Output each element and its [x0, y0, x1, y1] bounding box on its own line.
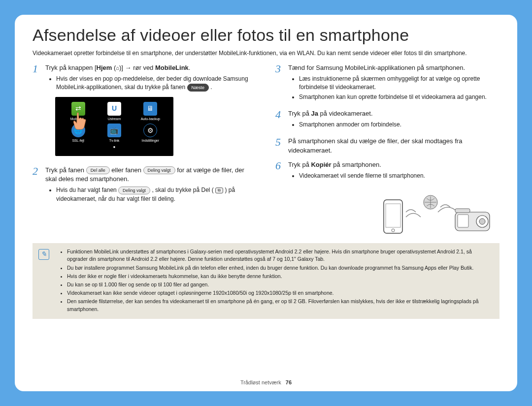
step-4-text: Tryk på Ja på videokameraet.	[288, 109, 499, 119]
step-2-text: Tryk på fanen Del alle eller fanen Delin…	[45, 166, 257, 185]
share-selected-pill: Deling valgt	[143, 166, 175, 174]
ssl-icon: 🌐	[71, 124, 85, 137]
tvlink-icon: 📺	[107, 124, 121, 137]
footer-section: Trådløst netværk	[240, 379, 281, 385]
ustream-icon: U	[107, 102, 121, 116]
left-column: 1 Tryk på knappen [Hjem (⌂)] → rør ved M…	[33, 63, 257, 236]
note-3: Hvis der ikke er nogle filer i videokame…	[67, 273, 492, 280]
step-number: 4	[275, 109, 284, 134]
note-box: ✎ Funktionen MobileLink understøttes af …	[33, 243, 499, 319]
note-6: Den samlede filstørrelse, der kan sendes…	[67, 298, 492, 312]
app-ustream: UUstream	[96, 102, 132, 122]
note-1: Funktionen MobileLink understøttes af sm…	[67, 248, 492, 263]
mobilelink-icon: ⇄	[71, 102, 85, 116]
home-icon: ⌂	[116, 64, 119, 72]
svg-point-6	[479, 219, 485, 224]
page-footer: Trådløst netværk 76	[15, 379, 517, 385]
app-mobilelink: ⇄MobileLi...	[60, 102, 96, 122]
step-number: 3	[275, 63, 284, 106]
content-columns: 1 Tryk på knappen [Hjem (⌂)] → rør ved M…	[33, 63, 499, 236]
note-5: Videokameraet kan ikke sende videoer opt…	[67, 289, 492, 297]
step-2-bullet: Hvis du har valgt fanen Deling valgt , s…	[56, 186, 257, 203]
step-number: 1	[33, 63, 41, 163]
step-6-text: Tryk på Kopiér på smartphonen.	[288, 160, 499, 170]
svg-rect-1	[386, 204, 400, 227]
app-tvlink: 📺Tv-link	[96, 124, 132, 143]
transfer-diagram	[275, 190, 495, 236]
settings-icon: ⚙	[143, 124, 157, 137]
app-sslfejl: 🌐SSL-fejl	[60, 124, 96, 143]
step-1-bullet: Hvis der vises en pop op-meddelelse, der…	[56, 75, 257, 92]
step-4-bullet: Smartphonen anmoder om forbindelse.	[299, 121, 499, 129]
next-pill: Næste	[187, 84, 209, 92]
step-3-text: Tænd for Samsung MobileLink-applikatione…	[288, 63, 499, 73]
manual-page: Afsendelse af videoer eller fotos til en…	[15, 15, 517, 391]
step-3: 3 Tænd for Samsung MobileLink-applikatio…	[275, 63, 499, 106]
svg-rect-7	[458, 215, 468, 227]
step-number: 6	[275, 160, 284, 185]
share-icon: ⧉	[215, 187, 223, 193]
step-2: 2 Tryk på fanen Del alle eller fanen Del…	[33, 166, 257, 208]
step-1-text: Tryk på knappen [Hjem (⌂)] → rør ved Mob…	[45, 63, 257, 73]
note-2: Du bør installere programmet Samsung Mob…	[67, 264, 492, 272]
intro-paragraph: Videokameraet opretter forbindelse til e…	[33, 49, 499, 58]
note-4: Du kan se op til 1.000 filer og sende op…	[67, 281, 492, 288]
step-6-bullet: Videokameraet vil sende filerne til smar…	[299, 172, 499, 180]
step-5: 5 På smartphonen skal du vælge de filer,…	[275, 137, 499, 157]
note-icon: ✎	[38, 249, 49, 260]
autobackup-icon: 🖥	[143, 102, 157, 116]
screen-pager: ●	[60, 144, 168, 150]
share-selected-pill-small: Deling valgt	[118, 187, 150, 194]
app-settings: ⚙Indstillinger	[133, 124, 168, 143]
step-3-bullet-2: Smartphonen kan kun oprette forbindelse …	[299, 93, 499, 101]
step-number: 5	[275, 137, 284, 157]
step-number: 2	[33, 166, 41, 208]
step-6: 6 Tryk på Kopiér på smartphonen. Videoka…	[275, 160, 499, 185]
step-5-text: På smartphonen skal du vælge de filer, d…	[288, 137, 499, 156]
step-1: 1 Tryk på knappen [Hjem (⌂)] → rør ved M…	[33, 63, 257, 163]
right-column: 3 Tænd for Samsung MobileLink-applikatio…	[275, 63, 499, 236]
camera-screen: ⇄MobileLi... UUstream 🖥Auto-backup 🌐SSL-…	[55, 97, 173, 156]
share-all-pill: Del alle	[86, 166, 110, 174]
step-4: 4 Tryk på Ja på videokameraet. Smartphon…	[275, 109, 499, 134]
page-number: 76	[286, 379, 292, 385]
svg-rect-8	[455, 209, 470, 213]
app-autobackup: 🖥Auto-backup	[133, 102, 168, 122]
step-3-bullet-1: Læs instruktionerne på skærmen omhyggeli…	[299, 75, 499, 92]
page-title: Afsendelse af videoer eller fotos til en…	[33, 26, 499, 45]
